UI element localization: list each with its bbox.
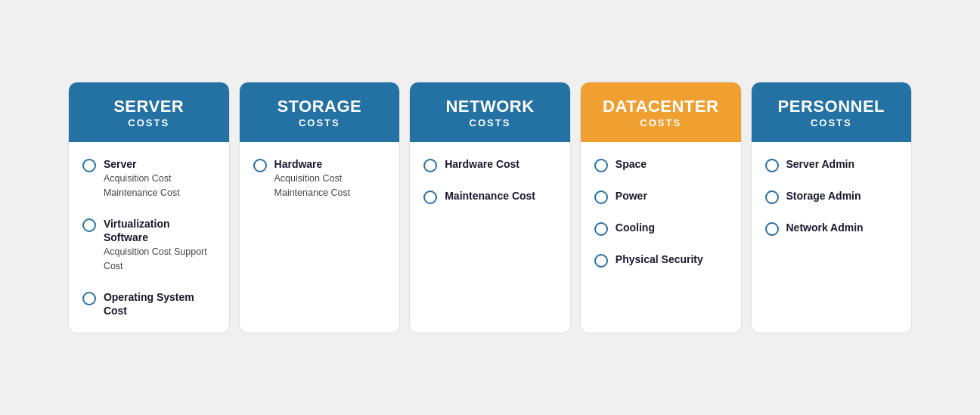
- list-item: Hardware Cost: [423, 157, 557, 172]
- body-network: Hardware CostMaintenance Cost: [410, 142, 570, 333]
- list-item: Maintenance Cost: [423, 189, 557, 204]
- list-item: ServerAcquisition Cost Maintenance Cost: [82, 157, 216, 200]
- list-item: HardwareAcquisition Cost Maintenance Cos…: [253, 157, 386, 200]
- body-personnel: Server AdminStorage AdminNetwork Admin: [752, 142, 912, 333]
- header-server: SERVERCOSTS: [69, 82, 229, 142]
- card-datacenter: DATACENTERCOSTSSpacePowerCoolingPhysical…: [580, 82, 742, 333]
- item-content: Virtualization SoftwareAcquisition Cost …: [104, 217, 216, 274]
- circle-bullet-icon: [765, 159, 779, 172]
- header-personnel: PERSONNELCOSTS: [752, 82, 912, 142]
- item-title: Cooling: [616, 221, 655, 234]
- list-item: Server Admin: [765, 157, 898, 172]
- title-storage: STORAGE: [252, 98, 388, 116]
- list-item: Power: [594, 189, 727, 204]
- item-title: Operating System Cost: [104, 290, 216, 317]
- list-item: Operating System Cost: [82, 290, 216, 317]
- card-personnel: PERSONNELCOSTSServer AdminStorage AdminN…: [751, 82, 913, 333]
- item-content: Hardware Cost: [445, 157, 519, 171]
- card-network: NETWORKCOSTSHardware CostMaintenance Cos…: [409, 82, 571, 333]
- item-sub: Acquisition Cost Support Cost: [104, 245, 216, 274]
- item-content: Space: [616, 157, 647, 171]
- header-storage: STORAGECOSTS: [240, 82, 400, 142]
- item-content: Maintenance Cost: [445, 189, 535, 203]
- item-sub: Acquisition Cost Maintenance Cost: [104, 172, 216, 200]
- title-server: SERVER: [81, 98, 217, 116]
- main-container: SERVERCOSTSServerAcquisition Cost Mainte…: [53, 67, 927, 348]
- list-item: Physical Security: [594, 252, 727, 268]
- subtitle-personnel: COSTS: [764, 117, 900, 129]
- circle-bullet-icon: [82, 292, 96, 305]
- item-content: Storage Admin: [786, 189, 861, 203]
- card-server: SERVERCOSTSServerAcquisition Cost Mainte…: [68, 82, 230, 333]
- circle-bullet-icon: [594, 190, 608, 204]
- list-item: Cooling: [594, 221, 727, 236]
- circle-bullet-icon: [765, 190, 779, 204]
- body-storage: HardwareAcquisition Cost Maintenance Cos…: [240, 142, 400, 333]
- item-title: Hardware Cost: [445, 157, 519, 171]
- item-title: Server Admin: [786, 157, 855, 171]
- item-content: Network Admin: [786, 221, 864, 234]
- circle-bullet-icon: [423, 190, 437, 204]
- circle-bullet-icon: [82, 218, 96, 232]
- subtitle-network: COSTS: [422, 117, 558, 129]
- body-datacenter: SpacePowerCoolingPhysical Security: [581, 142, 741, 333]
- circle-bullet-icon: [253, 159, 267, 172]
- subtitle-datacenter: COSTS: [593, 117, 729, 129]
- circle-bullet-icon: [82, 159, 96, 172]
- item-title: Power: [616, 189, 647, 203]
- circle-bullet-icon: [594, 254, 608, 268]
- body-server: ServerAcquisition Cost Maintenance CostV…: [69, 142, 229, 333]
- item-title: Space: [616, 157, 647, 171]
- title-datacenter: DATACENTER: [593, 98, 729, 116]
- circle-bullet-icon: [765, 222, 779, 236]
- item-content: ServerAcquisition Cost Maintenance Cost: [104, 157, 216, 200]
- circle-bullet-icon: [594, 222, 608, 236]
- subtitle-storage: COSTS: [252, 117, 388, 129]
- item-title: Virtualization Software: [104, 217, 216, 244]
- item-title: Storage Admin: [786, 189, 861, 203]
- item-content: Physical Security: [616, 252, 703, 266]
- item-content: Cooling: [616, 221, 655, 234]
- card-storage: STORAGECOSTSHardwareAcquisition Cost Mai…: [239, 82, 401, 333]
- item-content: Power: [616, 189, 647, 203]
- item-title: Network Admin: [786, 221, 864, 234]
- item-content: Operating System Cost: [104, 290, 216, 317]
- item-title: Server: [104, 157, 216, 171]
- list-item: Storage Admin: [765, 189, 898, 204]
- item-title: Hardware: [274, 157, 386, 171]
- item-content: Server Admin: [786, 157, 855, 171]
- title-network: NETWORK: [422, 98, 558, 116]
- list-item: Space: [594, 157, 727, 172]
- subtitle-server: COSTS: [81, 117, 217, 129]
- header-network: NETWORKCOSTS: [410, 82, 570, 142]
- item-title: Physical Security: [616, 252, 703, 266]
- circle-bullet-icon: [594, 159, 608, 172]
- list-item: Network Admin: [765, 221, 898, 236]
- circle-bullet-icon: [423, 159, 437, 172]
- header-datacenter: DATACENTERCOSTS: [581, 82, 741, 142]
- item-title: Maintenance Cost: [445, 189, 535, 203]
- title-personnel: PERSONNEL: [764, 98, 900, 116]
- item-sub: Acquisition Cost Maintenance Cost: [274, 172, 386, 200]
- list-item: Virtualization SoftwareAcquisition Cost …: [82, 217, 216, 274]
- item-content: HardwareAcquisition Cost Maintenance Cos…: [274, 157, 386, 200]
